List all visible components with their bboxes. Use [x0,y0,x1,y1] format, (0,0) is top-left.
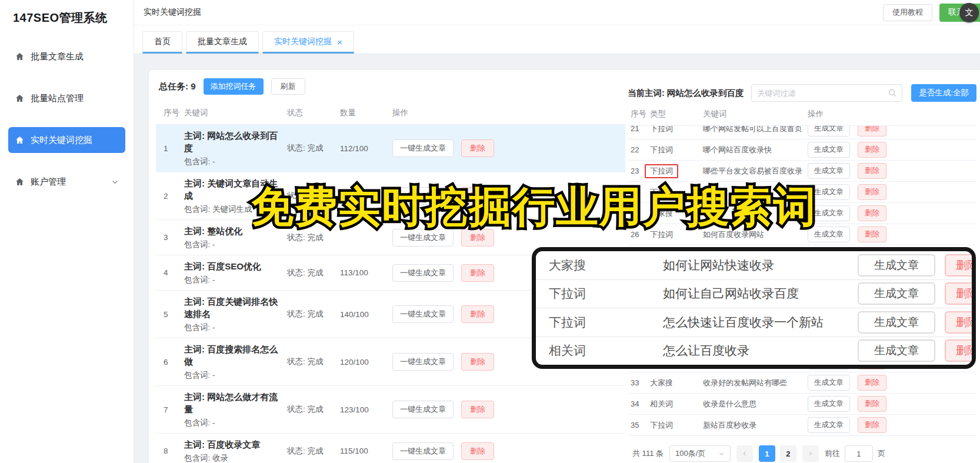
sidebar-item[interactable]: 批量文章生成 [8,44,125,69]
keyword-row[interactable]: 22 下拉词 哪个网站百度收录快 生成文章 删除 [628,139,976,161]
generate-article-button[interactable]: 生成文章 [808,184,850,200]
keyword-row[interactable]: 24 下拉词 生成文章 删除 [628,182,976,203]
delete-button[interactable]: 删除 [461,229,494,247]
tab[interactable]: 实时关键词挖掘 × [262,31,354,54]
sidebar-item[interactable]: 账户管理 [8,169,125,195]
generate-article-button[interactable]: 生成文章 [858,282,935,305]
generate-article-button[interactable]: 生成文章 [858,254,935,277]
keyword-type: 下拉词 [650,126,703,134]
generate-article-button[interactable]: 生成文章 [808,142,850,158]
delete-button[interactable]: 删除 [461,353,494,371]
keyword-filter-input[interactable] [757,89,888,98]
generate-article-button[interactable]: 一键生成文章 [392,442,454,460]
delete-button[interactable]: 删除 [858,163,886,179]
prev-page-button[interactable] [736,445,753,462]
task-ops: 一键生成文章 删除 [392,353,494,371]
keyword-row[interactable]: 35 下拉词 新站百度秒收录 生成文章 删除 [628,415,976,436]
delete-button[interactable]: 删除 [858,226,886,242]
generate-article-button[interactable]: 一键生成文章 [392,401,454,418]
add-task-button[interactable]: 添加挖词任务 [204,78,264,95]
keyword-row[interactable]: 26 下拉词 如何百度收录网站 生成文章 删除 [628,224,976,245]
col-keyword: 关键词 [184,108,287,118]
task-title: 主词: 百度收录文章 [184,438,282,451]
per-page-select[interactable]: 100条/页 [669,445,731,462]
generate-article-button[interactable]: 一键生成文章 [392,139,454,157]
task-row[interactable]: 8 主词: 百度收录文章 包含词: 收录 状态: 完成 115/100 一键生成… [156,434,625,463]
delete-button[interactable]: 删除 [858,205,886,221]
next-page-button[interactable] [802,445,819,462]
task-row[interactable]: 2 主词: 关键词文章自动生成 包含词: 关键词生成 状态: 完成 100/10… [156,172,625,220]
translate-icon[interactable]: 文 [959,3,979,22]
generate-article-button[interactable]: 生成文章 [808,205,850,221]
task-title: 主词: 百度关键词排名快速排名 [184,295,282,320]
generate-article-button[interactable]: 生成文章 [808,163,850,179]
keyword-row[interactable]: 33 大家搜 收录好的发帖网站有哪些 生成文章 删除 [628,372,976,394]
page-number-button[interactable]: 1 [759,445,775,462]
keyword-row[interactable]: 21 下拉词 哪个网站发帖可以上百度首页 生成文章 删除 [628,126,976,139]
generate-article-button[interactable]: 生成文章 [808,126,850,136]
generate-article-button[interactable]: 一键生成文章 [392,264,454,282]
keyword-ops: 生成文章 删除 [808,396,886,412]
generate-article-button[interactable]: 生成文章 [808,375,850,391]
delete-button[interactable]: 删除 [858,184,886,200]
delete-button[interactable]: 删除 [945,254,976,277]
sidebar-item-label: 实时关键词挖掘 [31,135,92,146]
delete-button[interactable]: 删除 [858,396,886,412]
sidebar-item[interactable]: 批量站点管理 [8,85,125,111]
delete-button[interactable]: 删除 [461,139,494,157]
delete-button[interactable]: 删除 [858,142,886,158]
keyword-row[interactable]: 34 相关词 收录是什么意思 生成文章 删除 [628,394,976,415]
task-table-header: 序号 关键词 状态 数量 操作 [156,108,625,125]
generate-article-button[interactable]: 生成文章 [858,311,935,334]
task-row[interactable]: 7 主词: 网站怎么做才有流量 包含词: - 状态: 完成 123/100 一键… [156,386,625,434]
tab[interactable]: 批量文章生成 [186,31,259,54]
goto-page-input[interactable] [845,445,873,462]
delete-button[interactable]: 删除 [858,375,886,391]
delete-button[interactable]: 删除 [858,126,886,136]
task-ops: 一键生成文章 删除 [392,139,494,157]
generate-all-button[interactable]: 是否生成:全部 [911,84,976,102]
keyword-ops: 生成文章 删除 [808,417,886,433]
delete-button[interactable]: 删除 [461,401,494,418]
generate-article-button[interactable]: 一键生成文章 [392,305,454,323]
delete-button[interactable]: 删除 [945,282,976,305]
generate-article-button[interactable]: 一键生成文章 [392,229,454,247]
task-ops: 一键生成文章 删除 [392,401,494,418]
delete-button[interactable]: 删除 [461,264,494,282]
task-keyword: 主词: 网站怎么收录到百度 包含词: - [184,125,287,172]
keyword-row[interactable]: 23 下拉词 哪些平台发文容易被百度收录 生成文章 删除 [628,161,976,182]
generate-article-button[interactable]: 生成文章 [808,226,850,242]
task-include: 包含词: - [184,275,282,285]
delete-button[interactable]: 删除 [461,187,494,205]
task-count: 123/100 [340,405,392,414]
refresh-button[interactable]: 刷新 [271,78,305,95]
generate-article-button[interactable]: 一键生成文章 [392,187,454,205]
task-row[interactable]: 1 主词: 网站怎么收录到百度 包含词: - 状态: 完成 112/100 一键… [156,125,625,172]
delete-button[interactable]: 删除 [945,311,976,334]
page-number-button[interactable]: 2 [780,445,796,462]
delete-button[interactable]: 删除 [945,339,976,362]
tab-label: 实时关键词挖掘 [274,36,332,47]
callout-row: 下拉词 如何让自己网站收录百度 生成文章 删除 [536,280,972,309]
task-keyword: 主词: 百度收录文章 包含词: 收录 [184,434,287,463]
delete-button[interactable]: 删除 [461,305,494,323]
task-ops: 一键生成文章 删除 [392,229,494,247]
tab[interactable]: 首页 [142,31,182,54]
task-keyword: 主词: 百度搜索排名怎么做 包含词: - [184,338,287,385]
task-status: 状态: 完成 [287,404,340,415]
generate-article-button[interactable]: 生成文章 [858,339,935,362]
tutorial-button[interactable]: 使用教程 [883,4,932,21]
generate-article-button[interactable]: 一键生成文章 [392,353,454,371]
generate-article-button[interactable]: 生成文章 [808,417,850,433]
delete-button[interactable]: 删除 [858,417,886,433]
task-keyword: 主词: 整站优化 包含词: - [184,220,287,255]
delete-button[interactable]: 删除 [461,442,494,460]
sidebar-item[interactable]: 实时关键词挖掘 [8,127,125,153]
tab-close-icon[interactable]: × [337,38,342,46]
keyword-row[interactable]: 25 大家搜 生成文章 删除 [628,203,976,224]
callout-type: 相关词 [549,342,663,359]
task-title: 主词: 网站怎么做才有流量 [184,391,282,415]
generate-article-button[interactable]: 生成文章 [808,396,850,412]
sidebar-item-label: 批量文章生成 [31,51,84,62]
keyword-type-text: 大家搜 [650,208,673,219]
